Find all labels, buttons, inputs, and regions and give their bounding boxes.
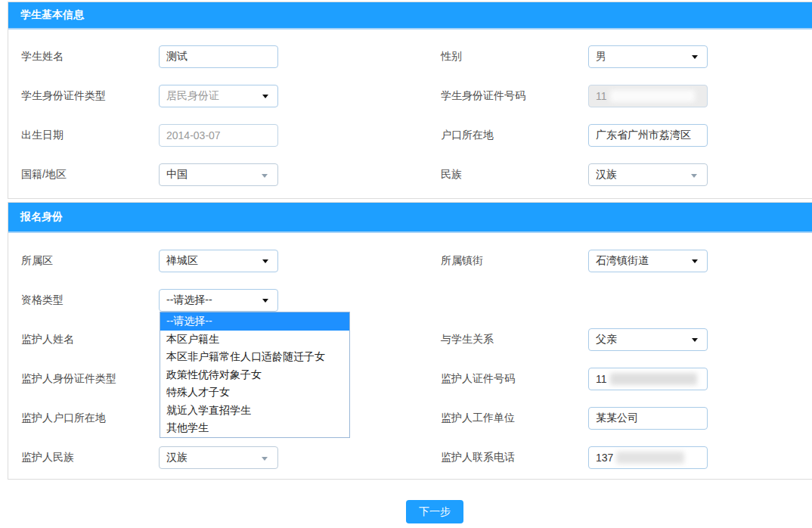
guardian-id-number-label: 监护人证件号码 — [441, 372, 515, 386]
student-name-value: 测试 — [166, 50, 188, 64]
birth-date-label: 出生日期 — [21, 129, 64, 142]
gender-value: 男 — [596, 50, 606, 64]
guardian-phone-label: 监护人联系电话 — [441, 451, 515, 464]
redaction-blur — [610, 90, 695, 102]
student-name-input[interactable]: 测试 — [159, 45, 278, 68]
guardian-employer-value: 某某公司 — [596, 412, 638, 425]
form-row: 监护人户口所在地 监护人工作单位 某某公司 — [8, 399, 812, 438]
ethnicity-select[interactable]: 汉族 — [588, 163, 708, 186]
student-id-number-input[interactable]: 11 — [588, 85, 708, 107]
gender-select[interactable]: 男 — [588, 45, 708, 68]
student-name-label: 学生姓名 — [21, 50, 64, 64]
form-row: 资格类型 --请选择-- --请选择--本区户籍生本区非户籍常住人口适龄随迁子女… — [8, 281, 812, 320]
dropdown-option[interactable]: 本区户籍生 — [160, 331, 349, 349]
residence-label: 户口所在地 — [441, 129, 494, 142]
section-title: 报名身份 — [20, 210, 63, 224]
registration-identity-panel: 报名身份 所属区 禅城区 所属镇街 石湾镇街道 资格类型 --请选择-- --请… — [8, 202, 812, 480]
dropdown-option[interactable]: 其他学生 — [160, 419, 349, 437]
form-row: 学生姓名 测试 性别 男 — [8, 37, 812, 76]
next-step-button[interactable]: 下一步 — [406, 500, 463, 523]
redaction-blur — [616, 452, 684, 464]
student-id-number-label: 学生身份证件号码 — [441, 89, 525, 103]
guardian-name-label: 监护人姓名 — [21, 333, 74, 346]
dropdown-option[interactable]: --请选择-- — [160, 312, 349, 331]
form-row: 出生日期 2014-03-07 户口所在地 广东省广州市荔湾区 — [8, 116, 812, 155]
guardian-residence-label: 监护人户口所在地 — [21, 412, 106, 425]
registration-body: 所属区 禅城区 所属镇街 石湾镇街道 资格类型 --请选择-- --请选择--本… — [8, 233, 812, 479]
nationality-value: 中国 — [166, 168, 188, 182]
form-row: 监护人姓名 与学生关系 父亲 — [8, 320, 812, 359]
section-title: 学生基本信息 — [20, 8, 84, 22]
nationality-label: 国籍/地区 — [21, 168, 67, 182]
student-basic-info-panel: 学生基本信息 学生姓名 测试 性别 男 学生身份证件类型 居民身份证 学生身份证… — [8, 2, 812, 199]
dropdown-option[interactable]: 特殊人才子女 — [160, 384, 349, 402]
form-footer: 下一步 — [0, 480, 812, 528]
guardian-id-number-value: 11 — [596, 373, 607, 385]
form-row: 监护人民族 汉族 监护人联系电话 137 — [8, 438, 812, 477]
birth-date-input[interactable]: 2014-03-07 — [159, 124, 278, 147]
guardian-phone-input[interactable]: 137 — [588, 446, 708, 469]
district-label: 所属区 — [21, 254, 53, 268]
relationship-label: 与学生关系 — [441, 333, 494, 346]
guardian-phone-value: 137 — [596, 452, 613, 464]
redaction-blur — [610, 373, 697, 385]
town-label: 所属镇街 — [441, 254, 483, 268]
form-row: 国籍/地区 中国 民族 汉族 — [8, 155, 812, 194]
guardian-ethnicity-label: 监护人民族 — [21, 451, 74, 464]
ethnicity-label: 民族 — [441, 168, 462, 182]
nationality-select[interactable]: 中国 — [159, 163, 278, 186]
student-id-type-select[interactable]: 居民身份证 — [159, 85, 278, 107]
town-value: 石湾镇街道 — [596, 254, 649, 268]
residence-input[interactable]: 广东省广州市荔湾区 — [588, 124, 708, 147]
qualification-value: --请选择-- — [166, 294, 212, 307]
district-select[interactable]: 禅城区 — [159, 250, 278, 272]
form-row: 所属区 禅城区 所属镇街 石湾镇街道 — [8, 241, 812, 281]
student-id-type-label: 学生身份证件类型 — [21, 89, 106, 103]
relationship-select[interactable]: 父亲 — [588, 328, 708, 351]
town-select[interactable]: 石湾镇街道 — [588, 250, 708, 272]
guardian-employer-label: 监护人工作单位 — [441, 412, 515, 425]
qualification-select[interactable]: --请选择-- — [159, 289, 278, 312]
residence-value: 广东省广州市荔湾区 — [596, 129, 691, 142]
guardian-employer-input[interactable]: 某某公司 — [588, 407, 708, 430]
dropdown-option[interactable]: 政策性优待对象子女 — [160, 366, 349, 384]
guardian-id-number-input[interactable]: 11 — [588, 368, 708, 390]
form-row: 监护人身份证件类型 监护人证件号码 11 — [8, 359, 812, 399]
guardian-ethnicity-select[interactable]: 汉族 — [159, 446, 278, 469]
qualification-dropdown: --请选择--本区户籍生本区非户籍常住人口适龄随迁子女政策性优待对象子女特殊人才… — [160, 312, 350, 438]
student-id-number-value: 11 — [596, 90, 607, 102]
dropdown-option[interactable]: 本区非户籍常住人口适龄随迁子女 — [160, 348, 349, 366]
student-info-body: 学生姓名 测试 性别 男 学生身份证件类型 居民身份证 学生身份证件号码 11 … — [8, 30, 812, 198]
district-value: 禅城区 — [166, 254, 198, 268]
section-header-student-info: 学生基本信息 — [8, 2, 812, 30]
dropdown-option[interactable]: 就近入学直招学生 — [160, 402, 349, 420]
birth-date-value: 2014-03-07 — [166, 129, 221, 141]
guardian-id-type-label: 监护人身份证件类型 — [21, 372, 116, 386]
relationship-value: 父亲 — [596, 333, 617, 346]
form-row: 学生身份证件类型 居民身份证 学生身份证件号码 11 — [8, 76, 812, 116]
ethnicity-value: 汉族 — [596, 168, 617, 182]
qualification-label: 资格类型 — [21, 294, 64, 307]
student-id-type-value: 居民身份证 — [166, 89, 219, 103]
section-header-registration: 报名身份 — [8, 203, 812, 233]
guardian-ethnicity-value: 汉族 — [166, 451, 188, 464]
gender-label: 性别 — [441, 50, 462, 64]
